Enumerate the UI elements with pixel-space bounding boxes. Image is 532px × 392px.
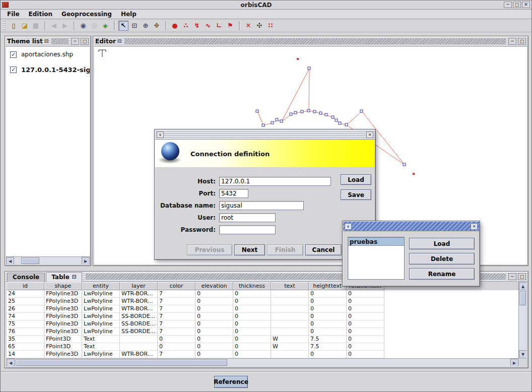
layers-icon[interactable]: ◈ bbox=[100, 21, 110, 31]
table-row[interactable]: 74FPolyline3DLwPolylineSS-BORDE...70000 bbox=[7, 313, 518, 320]
zoom-in-icon[interactable]: ⊕ bbox=[141, 21, 151, 31]
table-row[interactable]: 24FPolyline3DLwPolylineWTR-BOR...70000 bbox=[7, 290, 518, 298]
draw-multipoint-icon[interactable]: ∴ bbox=[181, 21, 191, 31]
column-header[interactable]: text bbox=[271, 282, 309, 290]
theme-list-titlebar[interactable]: Theme list ⊟ ─ □ bbox=[6, 37, 90, 46]
host-field[interactable] bbox=[219, 177, 331, 186]
scroll-right-icon[interactable]: ▶ bbox=[82, 257, 90, 265]
draw-polyline-icon[interactable]: ↯ bbox=[192, 21, 202, 31]
draw-polygon-icon[interactable]: ∟ bbox=[214, 21, 224, 31]
panel-collapse-icon[interactable]: ⊟ bbox=[44, 38, 49, 44]
scrollbar-thumb[interactable] bbox=[21, 257, 39, 264]
dialog-close-button[interactable]: ✕ bbox=[366, 132, 373, 138]
theme-horizontal-scrollbar[interactable]: ◀ ▶ bbox=[6, 256, 90, 265]
panel-minimize-button[interactable]: ─ bbox=[71, 38, 79, 45]
dialog-collapse-icon[interactable]: ∨ bbox=[157, 132, 164, 138]
new-document-icon[interactable]: ▯ bbox=[9, 21, 19, 31]
tab-console[interactable]: Console bbox=[7, 273, 45, 282]
draw-spline-icon[interactable]: ∿ bbox=[203, 21, 213, 31]
connection-dialog-titlebar[interactable]: ∨ ✕ bbox=[155, 130, 375, 140]
rename-button[interactable]: Rename bbox=[409, 268, 475, 280]
draw-filled-polygon-icon[interactable]: ⚑ bbox=[225, 21, 235, 31]
theme-list-item[interactable]: ✓127.0.0.1-5432-sig bbox=[6, 62, 90, 78]
menu-geoprocessing[interactable]: Geoprocessing bbox=[57, 10, 116, 18]
column-header[interactable]: entity bbox=[82, 282, 120, 290]
window-minimize-button[interactable]: ─ bbox=[504, 2, 512, 8]
scroll-up-icon[interactable]: ▲ bbox=[519, 282, 526, 290]
connections-listbox[interactable]: pruebas bbox=[348, 237, 405, 280]
table-row[interactable]: 25FPolyline3DLwPolylineWTR-BOR...70000 bbox=[7, 298, 518, 305]
column-header[interactable]: layer bbox=[120, 282, 158, 290]
tab-table[interactable]: Table⊟ bbox=[46, 272, 82, 282]
scroll-left-icon[interactable]: ◀ bbox=[6, 257, 14, 265]
reference-button[interactable]: Reference bbox=[214, 376, 248, 388]
delete-feature-icon[interactable]: ✕ bbox=[243, 21, 253, 31]
column-header[interactable]: elevation bbox=[195, 282, 233, 290]
add-vertex-icon[interactable]: ∷ bbox=[265, 21, 276, 31]
table-row[interactable]: 65FPoint3DText000W7.50 bbox=[7, 343, 518, 351]
user-field[interactable] bbox=[219, 213, 276, 222]
scrollbar-track[interactable] bbox=[15, 359, 510, 366]
column-header[interactable]: shape bbox=[44, 282, 82, 290]
menu-help[interactable]: Help bbox=[116, 10, 141, 18]
panel-maximize-button[interactable]: □ bbox=[81, 38, 89, 45]
editor-titlebar[interactable]: Editor ⊟ ─ □ bbox=[94, 37, 527, 46]
save-button[interactable]: Save bbox=[341, 189, 371, 200]
panel-minimize-button[interactable]: ─ bbox=[508, 273, 516, 280]
scroll-down-icon[interactable]: ▼ bbox=[519, 350, 526, 358]
table-row[interactable]: 76FPolyline3DLwPolylineSS-BORDE...70000 bbox=[7, 328, 518, 336]
table-vertical-scrollbar[interactable]: ▲ ▼ bbox=[518, 282, 526, 358]
window-close-button[interactable]: ✕ bbox=[522, 2, 530, 8]
zoom-previous-icon[interactable]: ◉ bbox=[78, 21, 88, 31]
panel-collapse-icon[interactable]: ⊟ bbox=[72, 274, 77, 280]
database-name-field[interactable] bbox=[219, 201, 304, 210]
table-row[interactable]: 35FPoint3DText000W7.50 bbox=[7, 336, 518, 343]
column-header[interactable]: heighttext bbox=[309, 282, 347, 290]
table-cell: 0 bbox=[158, 336, 195, 343]
load-button[interactable]: Load bbox=[409, 238, 475, 249]
panel-maximize-button[interactable]: □ bbox=[518, 38, 526, 45]
table-cell: 7.5 bbox=[309, 343, 347, 351]
zoom-window-icon[interactable]: ⊡ bbox=[129, 21, 140, 31]
scroll-right-icon[interactable]: ▶ bbox=[510, 359, 518, 366]
password-field[interactable] bbox=[219, 225, 276, 234]
dialog-collapse-icon[interactable]: ∨ bbox=[345, 223, 352, 230]
scrollbar-track[interactable] bbox=[14, 257, 82, 265]
table-row[interactable]: 14FPolyline3DLwPolylineWTR-BOR...70000 bbox=[7, 351, 518, 358]
checkbox-checked-icon[interactable]: ✓ bbox=[10, 51, 17, 58]
scrollbar-thumb[interactable] bbox=[16, 359, 227, 366]
scrollbar-thumb[interactable] bbox=[519, 291, 526, 305]
panel-maximize-button[interactable]: □ bbox=[518, 273, 526, 280]
column-header[interactable]: color bbox=[158, 282, 195, 290]
connection-list-item[interactable]: pruebas bbox=[348, 237, 404, 246]
column-header[interactable]: thickness bbox=[233, 282, 271, 290]
table-row[interactable]: 26FPolyline3DLwPolylineWTR-BOR...70000 bbox=[7, 305, 518, 313]
checkbox-checked-icon[interactable]: ✓ bbox=[10, 67, 17, 73]
draw-point-icon[interactable]: ● bbox=[170, 21, 180, 31]
table-horizontal-scrollbar[interactable]: ◀ ▶ bbox=[7, 358, 518, 366]
window-maximize-button[interactable]: □ bbox=[513, 2, 521, 8]
table-cell: 0 bbox=[195, 290, 233, 298]
panel-minimize-button[interactable]: ─ bbox=[508, 38, 516, 45]
delete-button[interactable]: Delete bbox=[409, 253, 475, 265]
pointer-icon[interactable]: ↖ bbox=[118, 21, 128, 31]
scrollbar-track[interactable] bbox=[519, 290, 526, 350]
window-titlebar[interactable]: orbisCAD ─ □ ✕ bbox=[1, 1, 531, 10]
scroll-left-icon[interactable]: ◀ bbox=[7, 359, 15, 366]
move-vertex-icon[interactable]: ✣ bbox=[254, 21, 264, 31]
toolbar-drag-handle[interactable] bbox=[4, 21, 6, 30]
load-button[interactable]: Load bbox=[341, 174, 371, 185]
table-row[interactable]: 75FPolyline3DLwPolylineSS-BORDE...70000 bbox=[7, 320, 518, 328]
pan-icon[interactable]: ✥ bbox=[152, 21, 162, 31]
open-folder-icon[interactable]: ◪ bbox=[20, 21, 30, 31]
menu-file[interactable]: File bbox=[3, 10, 24, 18]
column-header[interactable]: id bbox=[7, 282, 44, 290]
cancel-button[interactable]: Cancel bbox=[305, 244, 342, 255]
panel-collapse-icon[interactable]: ⊟ bbox=[117, 38, 122, 44]
list-dialog-titlebar[interactable]: ∨ ✕ bbox=[343, 222, 479, 231]
theme-list-item[interactable]: ✓aportaciones.shp bbox=[6, 47, 90, 62]
next-button[interactable]: Next bbox=[234, 244, 265, 255]
dialog-close-button[interactable]: ✕ bbox=[471, 223, 478, 230]
menu-edition[interactable]: Edition bbox=[24, 10, 57, 18]
port-field[interactable] bbox=[219, 189, 248, 198]
